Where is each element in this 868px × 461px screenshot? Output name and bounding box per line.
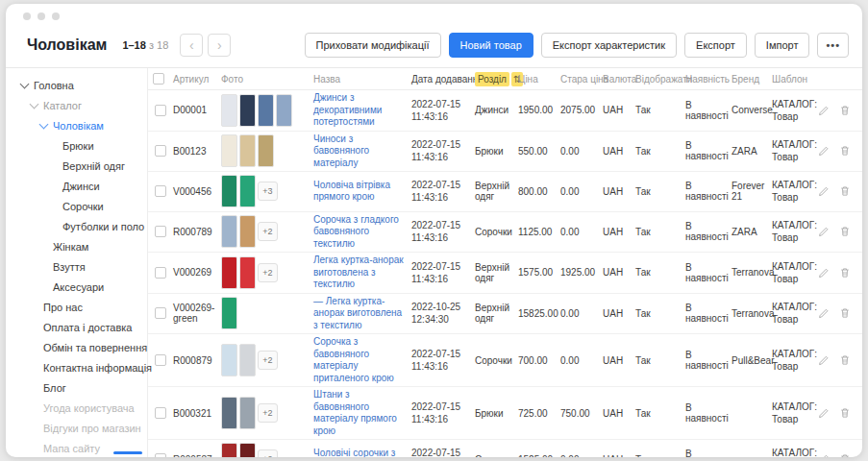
product-photo[interactable]: [239, 215, 256, 248]
sidebar-item-aksesuary[interactable]: Аксесуари: [6, 277, 147, 297]
product-name-link[interactable]: Чиноси з бавовняного матеріалу: [313, 133, 406, 170]
horizontal-scrollbar-thumb[interactable]: [113, 451, 142, 454]
more-photos-badge[interactable]: +2: [258, 263, 278, 282]
product-name-link[interactable]: Легка куртка-анорак виготовлена з тексти…: [313, 255, 406, 291]
import-button[interactable]: Імпорт: [755, 33, 810, 58]
trash-icon[interactable]: [839, 307, 851, 319]
window-control-dot[interactable]: [52, 12, 60, 20]
product-name-link[interactable]: — Легка куртка-анорак виготовлена з текс…: [313, 296, 406, 332]
product-photo[interactable]: [276, 94, 292, 127]
column-header-availability[interactable]: Наявність: [685, 74, 732, 85]
sidebar-item-obmin-ta-povernennia[interactable]: Обмін та повернення: [6, 337, 147, 357]
edit-icon[interactable]: [818, 145, 830, 157]
sidebar-item-verkhnii-odiah[interactable]: Верхній одяг: [6, 156, 147, 176]
edit-icon[interactable]: [818, 226, 830, 237]
row-checkbox[interactable]: [155, 185, 166, 197]
sidebar-item-futbolky-i-polo[interactable]: Футболки и поло: [6, 216, 147, 236]
product-photo[interactable]: [239, 134, 256, 167]
more-photos-badge[interactable]: +2: [258, 351, 278, 370]
more-photos-badge[interactable]: +2: [258, 403, 278, 423]
sidebar-item-bloh[interactable]: Блог: [6, 377, 147, 398]
sidebar-item-kontaktna-informatsiia[interactable]: Контактна інформація: [6, 357, 147, 377]
product-photo[interactable]: [221, 94, 237, 127]
window-control-dot[interactable]: [37, 12, 45, 20]
column-header-name[interactable]: Назва: [313, 74, 411, 85]
select-all-checkbox[interactable]: [153, 73, 164, 85]
sidebar-item-pro-nas[interactable]: Про нас: [6, 297, 147, 317]
export-characteristics-button[interactable]: Експорт характеристик: [541, 33, 677, 58]
product-photo[interactable]: [221, 344, 237, 376]
trash-icon[interactable]: [839, 185, 851, 197]
product-photo[interactable]: [221, 297, 237, 329]
product-photo[interactable]: [221, 175, 237, 207]
sidebar-item-vidhuky-pro-mahazyn[interactable]: Відгуки про магазин: [6, 418, 147, 438]
product-name-link[interactable]: Сорочка з гладкого бавовняного текстилю: [313, 214, 406, 251]
row-checkbox[interactable]: [155, 145, 166, 157]
trash-icon[interactable]: [839, 145, 851, 157]
column-header-display[interactable]: Відображати: [635, 74, 685, 85]
row-checkbox[interactable]: [155, 226, 166, 237]
row-checkbox[interactable]: [155, 307, 166, 319]
product-photo[interactable]: [258, 134, 274, 167]
product-photo[interactable]: [239, 94, 256, 127]
product-photo[interactable]: [221, 134, 237, 167]
sidebar-item-sorochky[interactable]: Сорочки: [6, 196, 147, 216]
column-header-template[interactable]: Шаблон: [772, 74, 818, 85]
export-button[interactable]: Експорт: [684, 33, 747, 58]
product-photo[interactable]: [221, 397, 237, 429]
sidebar-item-cholovikam[interactable]: Чоловікам: [6, 115, 147, 135]
sidebar-item-kataloh[interactable]: Каталог: [6, 95, 147, 115]
more-photos-badge[interactable]: +3: [258, 182, 278, 201]
product-photo[interactable]: [239, 344, 256, 376]
sidebar-item-zhinkam[interactable]: Жінкам: [6, 236, 147, 256]
trash-icon[interactable]: [839, 267, 851, 279]
product-photo[interactable]: [258, 94, 274, 127]
column-header-old-price[interactable]: Стара ціна: [560, 74, 603, 85]
edit-icon[interactable]: [818, 185, 830, 197]
sidebar-item-holovna[interactable]: Головна: [6, 75, 147, 95]
column-header-price[interactable]: Ціна: [518, 74, 560, 85]
product-photo[interactable]: [221, 215, 237, 248]
next-page-button[interactable]: ›: [208, 34, 231, 57]
trash-icon[interactable]: [839, 453, 851, 457]
trash-icon[interactable]: [839, 354, 851, 366]
trash-icon[interactable]: [839, 105, 851, 116]
row-checkbox[interactable]: [155, 407, 166, 419]
sidebar-item-vzuttia[interactable]: Взуття: [6, 256, 147, 277]
product-photo[interactable]: [221, 256, 237, 289]
product-photo[interactable]: [239, 256, 256, 289]
row-checkbox[interactable]: [155, 354, 166, 366]
trash-icon[interactable]: [839, 226, 851, 237]
edit-icon[interactable]: [818, 354, 830, 366]
column-header-date-added[interactable]: Дата додавання: [411, 74, 475, 85]
row-checkbox[interactable]: [155, 267, 166, 279]
product-name-link[interactable]: Чоловічі сорочки з легкого текстилю: [313, 448, 406, 457]
edit-icon[interactable]: [818, 105, 830, 116]
product-photo[interactable]: [239, 175, 256, 207]
sidebar-item-uhoda-korystuvacha[interactable]: Угода користувача: [6, 398, 147, 418]
product-photo[interactable]: [221, 443, 237, 457]
more-photos-badge[interactable]: +2: [258, 449, 278, 457]
sidebar-item-oplata-i-dostavka[interactable]: Оплата і доставка: [6, 317, 147, 337]
product-name-link[interactable]: Чоловіча вітрівка прямого крою: [313, 180, 406, 204]
product-photo[interactable]: [239, 397, 256, 429]
hide-modifications-button[interactable]: Приховати модифікації: [305, 33, 441, 58]
column-header-article[interactable]: Артикул: [173, 74, 221, 85]
product-name-link[interactable]: Джинси з декоративними потертостями: [313, 92, 406, 129]
product-name-link[interactable]: Штани з бавовняного матеріалу прямого кр…: [313, 389, 406, 437]
row-checkbox[interactable]: [155, 453, 166, 457]
product-photo[interactable]: [239, 443, 256, 457]
column-header-photo[interactable]: Фото: [221, 74, 313, 85]
edit-icon[interactable]: [818, 267, 830, 279]
sidebar-item-mapa-saitu[interactable]: Мапа сайту: [6, 438, 147, 457]
row-checkbox[interactable]: [155, 105, 166, 116]
edit-icon[interactable]: [818, 453, 830, 457]
column-header-section[interactable]: Розділ: [475, 72, 509, 86]
more-actions-button[interactable]: •••: [817, 33, 849, 58]
product-name-link[interactable]: Сорочка з бавовняного матеріалу притален…: [313, 336, 406, 384]
more-photos-badge[interactable]: +2: [258, 222, 278, 241]
new-product-button[interactable]: Новий товар: [449, 33, 533, 58]
sidebar-item-dzhynsy[interactable]: Джинси: [6, 176, 147, 196]
prev-page-button[interactable]: ‹: [180, 34, 203, 57]
column-header-brand[interactable]: Бренд: [732, 74, 772, 85]
